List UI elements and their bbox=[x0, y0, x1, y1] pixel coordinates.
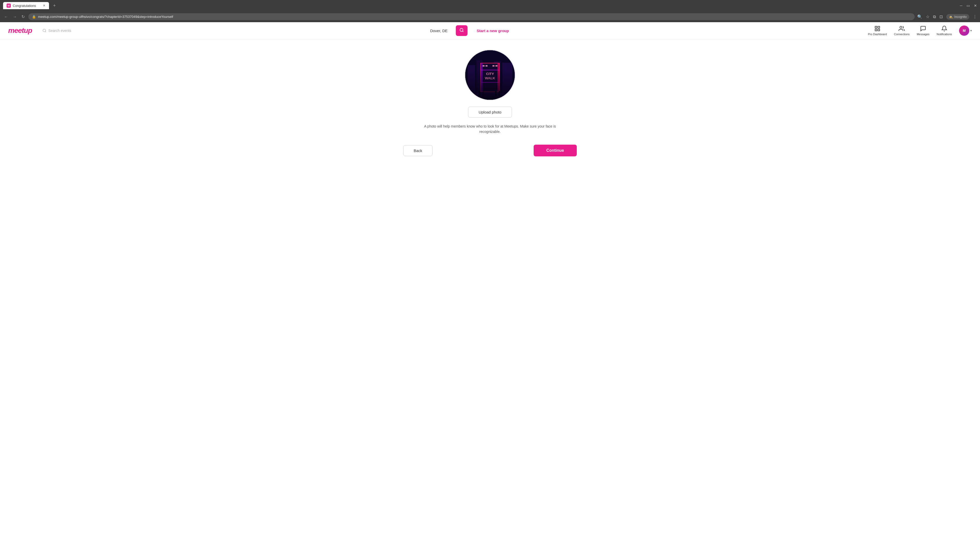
svg-rect-15 bbox=[480, 63, 500, 92]
profile-image-circle: CITY WALK bbox=[465, 49, 515, 100]
search-button[interactable] bbox=[456, 25, 468, 36]
avatar: M bbox=[959, 25, 969, 36]
browser-titlebar: M Congratulations ✕ + ─ ▭ ✕ bbox=[0, 0, 980, 11]
messages-nav[interactable]: Messages bbox=[917, 25, 929, 36]
minimize-button[interactable]: ─ bbox=[960, 3, 963, 8]
messages-label: Messages bbox=[917, 33, 929, 36]
connections-nav[interactable]: Connections bbox=[894, 25, 910, 36]
incognito-label: Incognito bbox=[954, 15, 967, 19]
svg-text:WALK: WALK bbox=[485, 76, 495, 80]
extensions-icon[interactable]: ⧉ bbox=[933, 14, 936, 19]
svg-rect-9 bbox=[465, 50, 515, 100]
pro-dashboard-label: Pro Dashboard bbox=[868, 33, 887, 36]
start-group-link[interactable]: Start a new group bbox=[477, 29, 509, 33]
browser-toolbar: ← → ↻ 🔒 meetup.com/meetup-group-ulfhsivo… bbox=[0, 11, 980, 22]
svg-rect-28 bbox=[483, 65, 485, 67]
notifications-label: Notifications bbox=[937, 33, 952, 36]
notifications-icon bbox=[941, 25, 947, 32]
site-nav: meetup Search events Dover, DE Start a n… bbox=[0, 22, 980, 39]
active-tab[interactable]: M Congratulations ✕ bbox=[3, 2, 49, 9]
svg-point-23 bbox=[468, 92, 512, 100]
svg-text:CITY: CITY bbox=[486, 72, 494, 76]
svg-rect-30 bbox=[493, 65, 495, 67]
action-buttons: Back Continue bbox=[403, 144, 577, 156]
search-btn-icon bbox=[460, 28, 464, 32]
more-options-icon[interactable]: ⋮ bbox=[973, 14, 977, 19]
svg-line-3 bbox=[463, 31, 463, 32]
incognito-badge: 🕵 Incognito bbox=[946, 14, 969, 20]
svg-rect-14 bbox=[503, 63, 512, 100]
svg-rect-6 bbox=[878, 29, 880, 31]
messages-icon bbox=[920, 25, 926, 32]
new-tab-button[interactable]: + bbox=[51, 3, 58, 9]
forward-nav-button[interactable]: → bbox=[12, 14, 18, 20]
upload-photo-button[interactable]: Upload photo bbox=[468, 106, 512, 118]
maximize-button[interactable]: ▭ bbox=[966, 3, 970, 8]
svg-rect-24 bbox=[479, 91, 480, 96]
user-avatar-wrapper[interactable]: M ▾ bbox=[959, 25, 972, 36]
tab-close-button[interactable]: ✕ bbox=[43, 4, 45, 7]
svg-rect-5 bbox=[878, 26, 880, 28]
search-toolbar-icon[interactable]: 🔍 bbox=[917, 14, 922, 19]
dashboard-icon bbox=[874, 25, 880, 32]
svg-rect-4 bbox=[875, 26, 877, 28]
search-placeholder: Search events bbox=[48, 29, 72, 33]
svg-line-1 bbox=[45, 32, 46, 32]
tab-favicon: M bbox=[6, 3, 11, 8]
tab-title: Congratulations bbox=[13, 4, 36, 8]
refresh-button[interactable]: ↻ bbox=[21, 13, 26, 20]
close-button[interactable]: ✕ bbox=[974, 3, 977, 8]
toolbar-icons: 🔍 ☆ ⧉ ⊡ 🕵 Incognito ⋮ bbox=[917, 14, 977, 20]
profile-photo-area: CITY WALK bbox=[380, 49, 600, 156]
meetup-logo[interactable]: meetup bbox=[8, 27, 32, 35]
svg-rect-21 bbox=[480, 63, 483, 92]
star-icon[interactable]: ☆ bbox=[926, 14, 929, 19]
svg-point-8 bbox=[900, 26, 902, 28]
lock-icon: 🔒 bbox=[32, 15, 36, 19]
connections-label: Connections bbox=[894, 33, 910, 36]
chevron-down-icon: ▾ bbox=[970, 29, 972, 32]
search-container[interactable]: Search events bbox=[42, 29, 72, 33]
svg-rect-22 bbox=[497, 63, 500, 92]
svg-point-2 bbox=[460, 28, 463, 32]
pro-dashboard-nav[interactable]: Pro Dashboard bbox=[868, 25, 887, 36]
svg-rect-10 bbox=[468, 65, 475, 100]
svg-rect-26 bbox=[495, 92, 496, 96]
window-controls: ─ ▭ ✕ bbox=[960, 3, 977, 8]
photo-hint-text: A photo will help members know who to lo… bbox=[418, 124, 562, 135]
continue-button[interactable]: Continue bbox=[534, 144, 577, 156]
svg-rect-27 bbox=[499, 91, 500, 96]
back-nav-button[interactable]: ← bbox=[3, 14, 9, 20]
search-icon bbox=[42, 29, 46, 33]
svg-rect-25 bbox=[483, 92, 484, 96]
notifications-nav[interactable]: Notifications bbox=[937, 25, 952, 36]
nav-icons: Pro Dashboard Connections Messages Notif… bbox=[868, 25, 972, 36]
svg-rect-31 bbox=[495, 65, 497, 67]
profile-icon[interactable]: ⊡ bbox=[939, 14, 943, 19]
svg-rect-29 bbox=[486, 65, 488, 67]
back-button[interactable]: Back bbox=[403, 145, 433, 156]
city-illustration: CITY WALK bbox=[465, 50, 515, 100]
address-bar[interactable]: 🔒 meetup.com/meetup-group-ulfhsivo/congr… bbox=[28, 13, 915, 20]
svg-rect-7 bbox=[875, 29, 877, 31]
city-image: CITY WALK bbox=[465, 50, 515, 100]
main-content: CITY WALK bbox=[375, 39, 605, 167]
location-text: Dover, DE bbox=[430, 29, 447, 33]
connections-icon bbox=[899, 25, 905, 32]
svg-point-0 bbox=[43, 29, 46, 32]
url-text: meetup.com/meetup-group-ulfhsivo/congrat… bbox=[38, 15, 911, 19]
incognito-icon: 🕵 bbox=[949, 15, 953, 19]
browser-chrome: M Congratulations ✕ + ─ ▭ ✕ ← → ↻ 🔒 meet… bbox=[0, 0, 980, 22]
page-wrapper: meetup Search events Dover, DE Start a n… bbox=[0, 22, 980, 550]
